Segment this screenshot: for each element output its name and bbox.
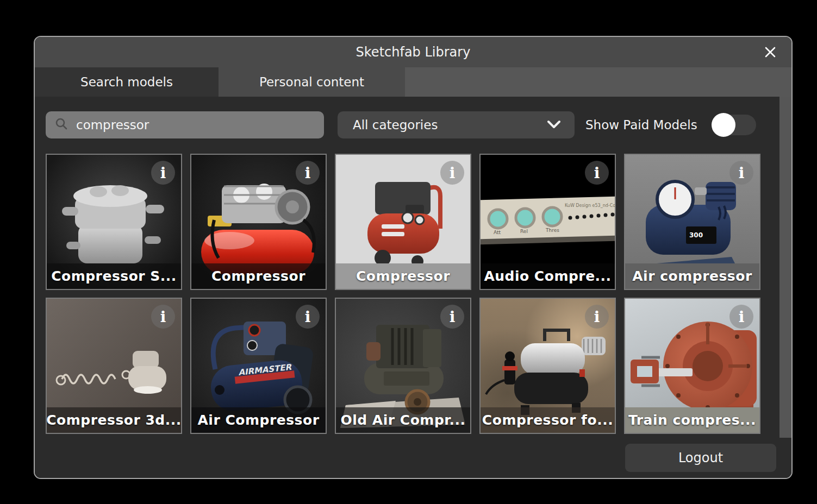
tab-label: Search models [80,75,173,89]
info-icon[interactable]: i [729,305,753,329]
info-icon[interactable]: i [729,161,753,185]
tab-search-models[interactable]: Search models [35,67,219,97]
model-grid: i Compressor S... [46,154,760,434]
model-title: Compressor [336,263,470,289]
controls-row: All categories Show Paid Models [46,111,779,138]
category-selected: All categories [353,118,438,132]
model-card[interactable]: i Compressor fo... [479,298,616,434]
info-icon[interactable]: i [151,305,175,329]
main-panel: All categories Show Paid Models [35,97,779,438]
search-input[interactable] [76,118,315,132]
model-card[interactable]: Att Rel Thres KuW Design e53_nd-Con i Au… [479,154,616,290]
content-area: All categories Show Paid Models [35,97,791,438]
info-icon[interactable]: i [585,305,609,329]
info-icon[interactable]: i [296,305,320,329]
model-card[interactable]: i Compressor [335,154,471,290]
model-title: Air Compressor [191,407,326,433]
title-bar: Sketchfab Library [35,37,791,67]
info-icon[interactable]: i [151,161,175,185]
close-icon[interactable] [762,44,778,60]
scrollbar[interactable] [779,97,791,438]
model-title: Audio Compre... [481,263,615,289]
tab-label: Personal content [259,75,364,89]
model-title: Compressor [191,263,326,289]
info-icon[interactable]: i [440,161,464,185]
model-card[interactable]: i Old Air Compr... [335,298,471,434]
sketchfab-library-dialog: Sketchfab Library Search models Personal… [34,36,793,479]
magnifier-icon [54,117,68,133]
model-card[interactable]: AIRMASTER i Air Compressor [190,298,327,434]
model-title: Compressor fo... [481,407,615,433]
model-title: Compressor 3d... [47,407,181,433]
tab-strip: Search models Personal content [35,67,791,97]
model-card[interactable]: 300 i Air compressor [624,154,760,290]
paid-models-toggle[interactable] [713,115,756,135]
info-icon[interactable]: i [440,305,464,329]
toggle-knob [712,113,735,137]
info-icon[interactable]: i [585,161,609,185]
info-icon[interactable]: i [296,161,320,185]
model-title: Train compres... [625,407,759,433]
model-title: Air compressor [625,263,759,289]
svg-text:Rel: Rel [520,229,528,234]
model-card[interactable]: i Train compres... [624,298,760,434]
model-title: Compressor S... [47,263,181,289]
search-input-container[interactable] [46,111,324,138]
model-card[interactable]: i Compressor S... [46,154,182,290]
footer-bar: Logout [35,438,791,478]
model-card[interactable]: i Compressor 3d... [46,298,182,434]
model-card[interactable]: i Compressor [190,154,327,290]
svg-text:KuW Design e53_nd-Con: KuW Design e53_nd-Con [565,203,615,208]
svg-text:Thres: Thres [545,228,559,233]
logout-button[interactable]: Logout [625,444,776,472]
svg-text:300: 300 [689,231,703,239]
show-paid-models-label: Show Paid Models [585,118,697,132]
category-dropdown[interactable]: All categories [338,111,575,138]
svg-text:Att: Att [494,230,501,235]
window-title: Sketchfab Library [356,45,471,60]
model-title: Old Air Compr... [336,407,470,433]
tab-personal-content[interactable]: Personal content [219,67,405,97]
chevron-down-icon [546,118,562,132]
